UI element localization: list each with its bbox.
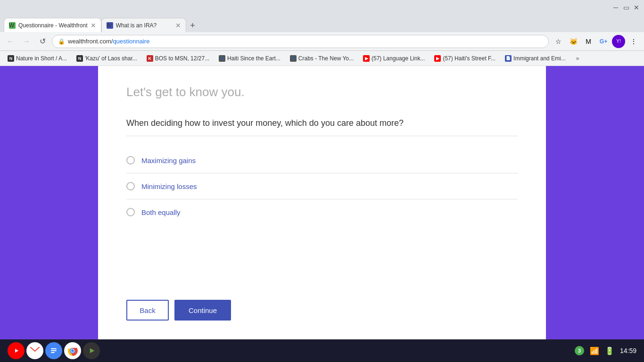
bookmark-nature[interactable]: N Nature in Short / A... (4, 54, 71, 63)
address-bar: ← → ↺ 🔒 wealthfront.com/questionnaire ☆ … (0, 32, 644, 51)
taskbar-chrome[interactable] (64, 342, 81, 359)
bookmark-favicon-immigrant: 📄 (505, 55, 512, 62)
tab-favicon-wf: W (9, 22, 16, 29)
bookmark-label-bos: BOS to MSN, 12/27... (155, 55, 209, 62)
window-controls: ─ ▭ ✕ (612, 4, 640, 11)
minimize-button[interactable]: ─ (612, 4, 619, 11)
bookmark-bos[interactable]: K BOS to MSN, 12/27... (143, 54, 213, 63)
options-list: Maximizing gains Minimizing losses Both … (126, 148, 518, 225)
tab-label-ira: What is an IRA? (116, 22, 173, 29)
toolbar-icons: ☆ 🐱 M G+ Y! ⋮ (552, 35, 640, 48)
gmail-icon[interactable]: M (582, 35, 595, 48)
bookmark-haiti[interactable]: 🐾 Haiti Since the Eart... (215, 54, 284, 63)
bookmark-label-kazu: 'Kazu' of Laos shar... (85, 55, 137, 62)
option-label-maximizing-gains: Maximizing gains (141, 156, 196, 165)
star-icon[interactable]: ☆ (552, 35, 565, 48)
card-footer: Back Continue (98, 288, 546, 339)
tab-bar: W Questionnaire - Wealthfront ✕ W What i… (0, 15, 644, 32)
bookmark-label-haiti-street: (57) Haiti's Street F... (443, 55, 495, 62)
cat-icon[interactable]: 🐱 (567, 35, 580, 48)
taskbar: 3 📶 🔋 14:59 (0, 339, 644, 362)
back-button[interactable]: Back (126, 300, 169, 321)
notification-badge: 3 (575, 346, 584, 355)
close-button[interactable]: ✕ (633, 4, 640, 11)
tab-questionnaire[interactable]: W Questionnaire - Wealthfront ✕ (4, 18, 101, 32)
option-minimizing-losses[interactable]: Minimizing losses (126, 173, 518, 199)
svg-rect-4 (51, 348, 57, 349)
lock-icon: 🔒 (58, 38, 65, 45)
bookmark-favicon-nature: N (8, 55, 14, 62)
yahoo-icon[interactable]: Y! (612, 35, 625, 48)
url-bar[interactable]: 🔒 wealthfront.com/questionnaire (52, 35, 549, 48)
option-maximizing-gains[interactable]: Maximizing gains (126, 148, 518, 173)
svg-rect-6 (51, 352, 55, 353)
url-path: questionnaire (113, 38, 149, 45)
tab-close-ira[interactable]: ✕ (175, 22, 181, 29)
bookmark-favicon-bos: K (147, 55, 153, 62)
page-subtitle: Let's get to know you. (126, 85, 518, 99)
bookmark-label-nature: Nature in Short / A... (16, 55, 67, 62)
bookmark-label-language: (57) Language Link... (372, 55, 425, 62)
taskbar-docs[interactable] (45, 342, 62, 359)
taskbar-apps (8, 342, 100, 359)
menu-icon[interactable]: ⋮ (627, 35, 640, 48)
bookmark-favicon-haiti: 🐾 (219, 55, 225, 62)
maximize-button[interactable]: ▭ (622, 4, 630, 11)
radio-both-equally[interactable] (126, 208, 135, 216)
tab-ira[interactable]: W What is an IRA? ✕ (101, 18, 186, 32)
bookmark-favicon-language: ▶ (363, 55, 370, 62)
bookmark-favicon-haiti-street: ▶ (434, 55, 441, 62)
title-bar: ─ ▭ ✕ (0, 0, 644, 15)
card-inner: Let's get to know you. When deciding how… (98, 66, 546, 288)
battery-icon: 🔋 (605, 346, 614, 355)
taskbar-gmail[interactable] (26, 342, 43, 359)
bookmark-haiti-street[interactable]: ▶ (57) Haiti's Street F... (430, 54, 499, 63)
bookmark-label-haiti: Haiti Since the Eart... (227, 55, 281, 62)
bookmark-crabs[interactable]: 🐾 Crabs - The New Yo... (286, 54, 357, 63)
wifi-icon: 📶 (590, 346, 599, 355)
bookmarks-more-button[interactable]: » (573, 54, 582, 63)
bookmarks-bar: N Nature in Short / A... N 'Kazu' of Lao… (0, 51, 644, 66)
radio-maximizing-gains[interactable] (126, 156, 135, 165)
purple-bar-left (0, 66, 98, 339)
url-base: wealthfront.com/ (68, 38, 113, 45)
taskbar-play[interactable] (83, 342, 100, 359)
taskbar-tray: 3 📶 🔋 14:59 (575, 346, 636, 355)
continue-button[interactable]: Continue (174, 300, 231, 321)
browser-frame: ─ ▭ ✕ W Questionnaire - Wealthfront ✕ W … (0, 0, 644, 362)
page-content: Let's get to know you. When deciding how… (0, 66, 644, 339)
svg-point-10 (71, 349, 74, 352)
bookmark-label-immigrant: Immigrant and Emi... (513, 55, 566, 62)
svg-rect-5 (51, 350, 57, 351)
tab-favicon-ira: W (107, 22, 113, 29)
option-label-both-equally: Both equally (141, 208, 181, 216)
question-text: When deciding how to invest your money, … (126, 118, 518, 136)
tab-close-questionnaire[interactable]: ✕ (91, 22, 96, 29)
forward-nav-button[interactable]: → (20, 35, 33, 48)
bookmark-favicon-kazu: N (76, 55, 83, 62)
bookmark-language[interactable]: ▶ (57) Language Link... (359, 54, 429, 63)
taskbar-youtube[interactable] (8, 342, 25, 359)
bookmark-immigrant[interactable]: 📄 Immigrant and Emi... (501, 54, 570, 63)
bookmark-kazu[interactable]: N 'Kazu' of Laos shar... (73, 54, 141, 63)
system-time: 14:59 (620, 347, 636, 354)
purple-bar-right (546, 66, 644, 339)
option-label-minimizing-losses: Minimizing losses (141, 182, 197, 190)
back-nav-button[interactable]: ← (4, 35, 17, 48)
reload-button[interactable]: ↺ (36, 35, 49, 48)
tab-label-questionnaire: Questionnaire - Wealthfront (18, 22, 88, 29)
radio-minimizing-losses[interactable] (126, 182, 135, 190)
bookmark-favicon-crabs: 🐾 (290, 55, 297, 62)
google-icon[interactable]: G+ (597, 35, 610, 48)
main-card: Let's get to know you. When deciding how… (98, 66, 546, 339)
option-both-equally[interactable]: Both equally (126, 199, 518, 225)
new-tab-button[interactable]: + (186, 19, 199, 32)
bookmark-label-crabs: Crabs - The New Yo... (298, 55, 354, 62)
